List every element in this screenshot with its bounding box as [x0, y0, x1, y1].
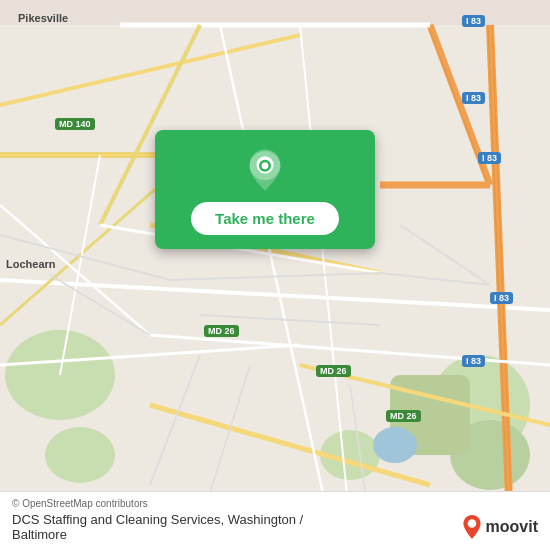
place-label-lochearn: Lochearn — [6, 258, 56, 270]
svg-point-7 — [373, 427, 417, 463]
svg-point-44 — [262, 162, 269, 169]
svg-point-45 — [467, 519, 476, 528]
take-me-there-button[interactable]: Take me there — [191, 202, 339, 235]
location-pin-icon — [241, 146, 289, 194]
shield-i83-1: I 83 — [462, 15, 485, 27]
place-label-pikesville: Pikesville — [18, 12, 68, 24]
shield-i83-5: I 83 — [462, 355, 485, 367]
bottom-bar: © OpenStreetMap contributors DCS Staffin… — [0, 491, 550, 550]
location-text: DCS Staffing and Cleaning Services, Wash… — [12, 512, 303, 542]
overlay-card: Take me there — [155, 130, 375, 249]
shield-md26-1: MD 26 — [204, 325, 239, 337]
shield-i83-4: I 83 — [490, 292, 513, 304]
moovit-brand-text: moovit — [486, 518, 538, 536]
shield-md140-1: MD 140 — [55, 118, 95, 130]
map-background — [0, 0, 550, 550]
copyright-text: © OpenStreetMap contributors — [12, 498, 538, 509]
shield-i83-3: I 83 — [478, 152, 501, 164]
svg-point-4 — [45, 427, 115, 483]
moovit-logo: moovit — [462, 515, 538, 539]
map-container: Pikesville Lochearn I 83 I 83 I 83 I 83 … — [0, 0, 550, 550]
shield-md26-3: MD 26 — [386, 410, 421, 422]
moovit-pin-icon — [462, 515, 482, 539]
shield-i83-2: I 83 — [462, 92, 485, 104]
shield-md26-2: MD 26 — [316, 365, 351, 377]
